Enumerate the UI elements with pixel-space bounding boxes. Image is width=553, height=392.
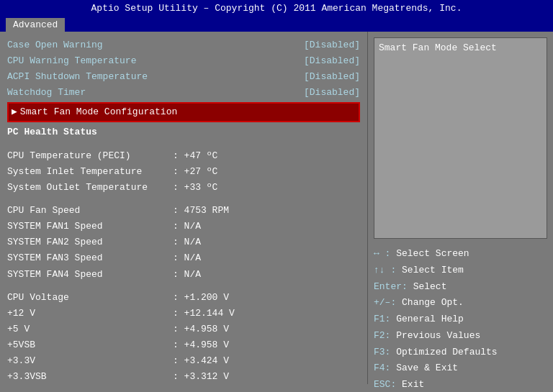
fan-value: : 4753 RPM xyxy=(173,203,229,219)
right-help-box: ↔ : Select Screen↑↓ : Select ItemEnter: … xyxy=(368,239,553,392)
help-key: F1: xyxy=(374,314,390,324)
help-key: ↑↓ : xyxy=(374,265,396,275)
temp-label: System Outlet Temperature xyxy=(7,180,173,196)
voltage-label: +5 V xyxy=(7,322,173,337)
voltage-value: : +3.312 V xyxy=(173,369,229,384)
temp-row: CPU Temperature (PECI): +47 ºC xyxy=(7,148,360,164)
help-key: F2: xyxy=(374,330,390,341)
help-text: Select xyxy=(413,281,447,292)
temp-value: : +27 ºC xyxy=(173,164,217,180)
help-item: Enter: Select xyxy=(374,279,547,296)
selected-menu-item[interactable]: ▶ Smart Fan Mode Configuration xyxy=(7,102,360,122)
title-bar: Aptio Setup Utility – Copyright (C) 2011… xyxy=(0,0,553,17)
fan-label: SYSTEM FAN2 Speed xyxy=(7,234,173,250)
help-key: F3: xyxy=(374,347,390,357)
fan-row: SYSTEM FAN2 Speed: N/A xyxy=(7,234,360,250)
fan-row: CPU Fan Speed: 4753 RPM xyxy=(7,203,360,219)
menu-item[interactable]: Case Open Warning[Disabled] xyxy=(7,37,360,53)
voltage-row: +3.3V: +3.424 V xyxy=(7,353,360,369)
help-item: F2: Previous Values xyxy=(374,328,547,345)
temp-value: : +33 ºC xyxy=(173,180,217,196)
voltage-rows: CPU Voltage: +1.200 V+12 V: +12.144 V+5 … xyxy=(7,290,360,384)
fan-value: : N/A xyxy=(173,267,201,283)
menu-items: Case Open Warning[Disabled]CPU Warning T… xyxy=(7,37,360,101)
voltage-row: +5VSB: +4.958 V xyxy=(7,337,360,353)
voltage-label: +5VSB xyxy=(7,337,173,353)
fan-row: SYSTEM FAN1 Speed: N/A xyxy=(7,219,360,234)
voltage-row: +12 V: +12.144 V xyxy=(7,306,360,322)
help-item: +/–: Change Opt. xyxy=(374,295,547,311)
voltage-label: CPU Voltage xyxy=(7,290,173,306)
help-item: F1: General Help xyxy=(374,311,547,328)
help-text: Change Opt. xyxy=(402,297,464,308)
fan-value: : N/A xyxy=(173,219,201,234)
left-panel: Case Open Warning[Disabled]CPU Warning T… xyxy=(0,32,367,384)
help-text: Select Item xyxy=(402,265,464,275)
menu-item-label: Case Open Warning xyxy=(7,37,103,53)
fan-rows: CPU Fan Speed: 4753 RPMSYSTEM FAN1 Speed… xyxy=(7,203,360,282)
selection-arrow: ▶ xyxy=(12,104,17,120)
temp-row: System Inlet Temperature: +27 ºC xyxy=(7,164,360,180)
tab-bar: Advanced xyxy=(0,17,553,32)
right-info-title: Smart Fan Mode Select xyxy=(379,42,497,53)
voltage-value: : +3.424 V xyxy=(173,353,229,369)
menu-item-value: [Disabled] xyxy=(304,69,360,85)
help-text: Select Screen xyxy=(396,248,469,259)
selected-item-label: Smart Fan Mode Configuration xyxy=(20,104,177,120)
menu-item-label: ACPI Shutdown Temperature xyxy=(7,69,148,85)
help-key: F4: xyxy=(374,363,390,373)
fan-value: : N/A xyxy=(173,234,201,250)
fan-row: SYSTEM FAN4 Speed: N/A xyxy=(7,267,360,283)
voltage-value: : +12.144 V xyxy=(173,306,235,322)
help-key: ESC: xyxy=(374,379,396,390)
help-text: Save & Exit xyxy=(396,363,458,373)
voltage-value: : +4.958 V xyxy=(173,337,229,353)
fan-value: : N/A xyxy=(173,250,201,266)
menu-item[interactable]: ACPI Shutdown Temperature[Disabled] xyxy=(7,69,360,85)
help-key: ↔ : xyxy=(374,248,390,259)
menu-item-value: [Disabled] xyxy=(304,85,360,101)
fan-label: SYSTEM FAN3 Speed xyxy=(7,250,173,266)
temp-value: : +47 ºC xyxy=(173,148,217,164)
voltage-label: +3.3VSB xyxy=(7,369,173,384)
temp-label: CPU Temperature (PECI) xyxy=(7,148,173,164)
temp-rows: CPU Temperature (PECI): +47 ºCSystem Inl… xyxy=(7,148,360,196)
help-item: F4: Save & Exit xyxy=(374,360,547,377)
menu-item[interactable]: Watchdog Timer[Disabled] xyxy=(7,85,360,101)
tab-advanced[interactable]: Advanced xyxy=(6,18,65,32)
help-text: General Help xyxy=(396,314,464,324)
voltage-row: +3.3VSB: +3.312 V xyxy=(7,369,360,384)
menu-item-label: Watchdog Timer xyxy=(7,85,86,101)
help-text: Previous Values xyxy=(396,330,480,341)
voltage-label: +12 V xyxy=(7,306,173,322)
help-item: ↔ : Select Screen xyxy=(374,246,547,263)
menu-item-value: [Disabled] xyxy=(304,53,360,69)
title-text: Aptio Setup Utility – Copyright (C) 2011… xyxy=(91,3,462,14)
fan-label: CPU Fan Speed xyxy=(7,203,173,219)
right-panel: Smart Fan Mode Select ↔ : Select Screen↑… xyxy=(367,32,553,384)
menu-item-label: CPU Warning Temperature xyxy=(7,53,136,69)
voltage-row: CPU Voltage: +1.200 V xyxy=(7,290,360,306)
help-text: Exit xyxy=(402,379,424,390)
fan-label: SYSTEM FAN1 Speed xyxy=(7,219,173,234)
voltage-row: +5 V: +4.958 V xyxy=(7,322,360,337)
section-header: PC Health Status xyxy=(7,124,360,140)
voltage-value: : +4.958 V xyxy=(173,322,229,337)
voltage-value: : +1.200 V xyxy=(173,290,229,306)
help-text: Optimized Defaults xyxy=(396,347,497,357)
help-item: ESC: Exit xyxy=(374,377,547,392)
help-key: +/–: xyxy=(374,297,396,308)
menu-item[interactable]: CPU Warning Temperature[Disabled] xyxy=(7,53,360,69)
fan-row: SYSTEM FAN3 Speed: N/A xyxy=(7,250,360,266)
menu-item-value: [Disabled] xyxy=(304,37,360,53)
help-item: ↑↓ : Select Item xyxy=(374,263,547,279)
fan-label: SYSTEM FAN4 Speed xyxy=(7,267,173,283)
voltage-label: +3.3V xyxy=(7,353,173,369)
right-info-box: Smart Fan Mode Select xyxy=(374,37,547,239)
temp-row: System Outlet Temperature: +33 ºC xyxy=(7,180,360,196)
temp-label: System Inlet Temperature xyxy=(7,164,173,180)
help-key: Enter: xyxy=(374,281,408,292)
help-item: F3: Optimized Defaults xyxy=(374,345,547,361)
